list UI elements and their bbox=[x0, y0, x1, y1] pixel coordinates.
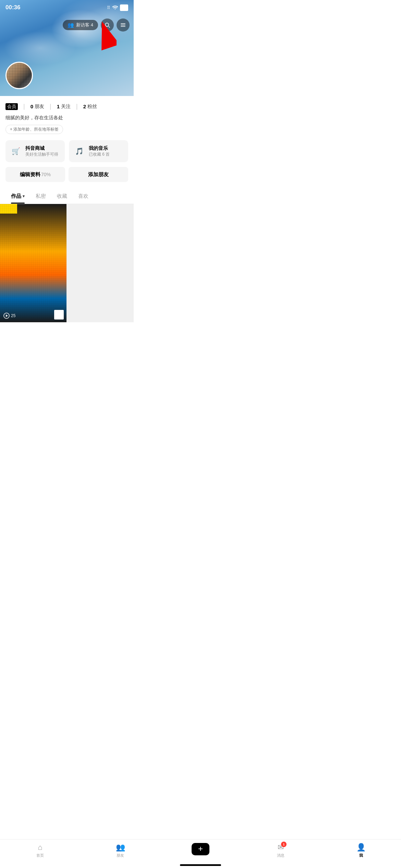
add-friend-label: 添加朋友 bbox=[88, 171, 109, 178]
friends-count: 0 bbox=[31, 104, 33, 109]
menu-button[interactable] bbox=[117, 19, 130, 32]
visitor-badge[interactable]: 👥 新访客 4 bbox=[63, 20, 98, 30]
tab-favorites[interactable]: 收藏 bbox=[51, 189, 73, 204]
shop-icon: 🛒 bbox=[10, 145, 22, 157]
people-icon: 👥 bbox=[68, 22, 74, 28]
avatar-blur bbox=[7, 63, 32, 88]
shop-title: 抖音商城 bbox=[25, 145, 58, 152]
battery-indicator: 66 bbox=[120, 4, 128, 11]
action-buttons: 编辑资料 70% 添加朋友 bbox=[5, 167, 128, 182]
profile-section: 会员 | 0 朋友 | 1 关注 | 2 粉丝 细腻的美好，存在生活各处 + 添… bbox=[0, 96, 134, 182]
fans-stat[interactable]: 2 粉丝 bbox=[83, 104, 97, 110]
tag-add-label: + 添加年龄、所在地等标签 bbox=[10, 126, 59, 132]
fans-count: 2 bbox=[83, 104, 86, 109]
divider1: | bbox=[23, 103, 25, 110]
video-thumbnail-1 bbox=[54, 310, 64, 320]
tabs-row: 作品 ▾ 私密 收藏 喜欢 bbox=[0, 189, 134, 204]
feature-cards: 🛒 抖音商城 美好生活触手可得 🎵 我的音乐 已收藏 6 首 bbox=[5, 140, 128, 162]
menu-icon bbox=[120, 22, 126, 28]
svg-point-0 bbox=[105, 23, 109, 26]
play-count-text-1: 25 bbox=[11, 313, 15, 318]
status-bar: 00:36 ⠿ 66 bbox=[0, 0, 134, 15]
edit-profile-button[interactable]: 编辑资料 70% bbox=[5, 167, 65, 182]
status-time: 00:36 bbox=[5, 4, 20, 11]
add-tag-button[interactable]: + 添加年龄、所在地等标签 bbox=[5, 125, 63, 134]
fans-label: 粉丝 bbox=[87, 104, 97, 110]
member-label: 会员 bbox=[5, 103, 18, 110]
friends-stat[interactable]: 0 朋友 bbox=[31, 104, 44, 110]
stats-row: 会员 | 0 朋友 | 1 关注 | 2 粉丝 bbox=[5, 101, 128, 110]
music-card[interactable]: 🎵 我的音乐 已收藏 6 首 bbox=[69, 140, 128, 162]
following-label: 关注 bbox=[61, 104, 71, 110]
edit-progress: 70% bbox=[41, 172, 51, 177]
bio-text: 细腻的美好，存在生活各处 bbox=[5, 114, 128, 121]
following-count: 1 bbox=[57, 104, 60, 109]
svg-line-1 bbox=[109, 26, 110, 28]
play-icon-1 bbox=[3, 313, 10, 319]
video-cell-2[interactable] bbox=[67, 204, 134, 322]
search-icon bbox=[104, 22, 111, 28]
shop-card[interactable]: 🛒 抖音商城 美好生活触手可得 bbox=[5, 140, 65, 162]
add-friend-button[interactable]: 添加朋友 bbox=[69, 167, 128, 182]
tab-private-label: 私密 bbox=[36, 193, 46, 200]
cell-overlay-1 bbox=[0, 204, 66, 322]
music-title: 我的音乐 bbox=[89, 145, 110, 152]
hero-actions: 👥 新访客 4 bbox=[63, 19, 130, 32]
music-icon: 🎵 bbox=[73, 145, 85, 157]
wifi-icon bbox=[112, 5, 118, 10]
search-button[interactable] bbox=[101, 19, 114, 32]
friends-label: 朋友 bbox=[35, 104, 44, 110]
music-subtitle: 已收藏 6 首 bbox=[89, 152, 110, 157]
tab-favorites-label: 收藏 bbox=[57, 193, 67, 200]
play-count-1: 25 bbox=[3, 313, 15, 319]
shop-subtitle: 美好生活触手可得 bbox=[25, 152, 58, 157]
music-card-text: 我的音乐 已收藏 6 首 bbox=[89, 145, 110, 157]
edit-profile-label: 编辑资料 bbox=[20, 171, 40, 178]
tab-private[interactable]: 私密 bbox=[30, 189, 51, 204]
tab-works[interactable]: 作品 ▾ bbox=[5, 189, 30, 204]
following-stat[interactable]: 1 关注 bbox=[57, 104, 71, 110]
content-spacer bbox=[0, 322, 134, 350]
tab-chevron-icon: ▾ bbox=[23, 194, 25, 198]
avatar-wrapper bbox=[5, 62, 33, 89]
divider2: | bbox=[50, 103, 51, 110]
status-icons: ⠿ 66 bbox=[107, 4, 128, 11]
tab-likes[interactable]: 喜欢 bbox=[73, 189, 94, 204]
visitor-count: 新访客 4 bbox=[76, 22, 93, 28]
shop-card-text: 抖音商城 美好生活触手可得 bbox=[25, 145, 58, 157]
member-stat: 会员 bbox=[5, 103, 18, 110]
grid-icon: ⠿ bbox=[107, 5, 110, 10]
divider3: | bbox=[76, 103, 78, 110]
tab-works-label: 作品 bbox=[11, 193, 21, 200]
tab-likes-label: 喜欢 bbox=[78, 193, 88, 200]
content-grid: 25 bbox=[0, 204, 134, 322]
avatar[interactable] bbox=[5, 62, 33, 89]
video-cell-1[interactable]: 25 bbox=[0, 204, 66, 322]
